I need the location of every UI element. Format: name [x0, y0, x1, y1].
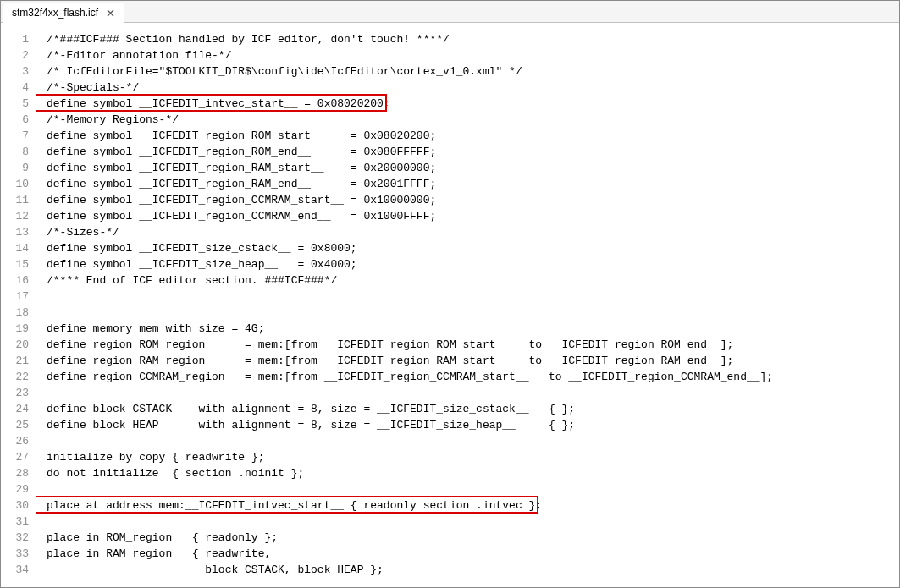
line-number: 30	[1, 497, 29, 514]
line-number: 10	[1, 176, 29, 192]
code-line[interactable]	[47, 514, 899, 530]
line-number: 27	[1, 449, 29, 465]
line-number: 26	[1, 433, 29, 449]
line-number: 32	[1, 530, 29, 546]
code-line[interactable]: define symbol __ICFEDIT_region_ROM_end__…	[47, 144, 899, 160]
close-icon[interactable]	[105, 8, 115, 18]
code-line[interactable]	[47, 433, 899, 449]
line-number: 2	[1, 47, 29, 63]
editor-window: stm32f4xx_flash.icf 12345678910111213141…	[0, 0, 900, 588]
line-number: 17	[1, 289, 29, 305]
code-line[interactable]: /*-Memory Regions-*/	[47, 112, 899, 128]
code-line[interactable]: place in RAM_region { readwrite,	[47, 546, 899, 562]
code-line[interactable]: place in ROM_region { readonly };	[47, 530, 899, 546]
line-number: 22	[1, 369, 29, 385]
line-number: 33	[1, 546, 29, 562]
code-line[interactable]: define memory mem with size = 4G;	[47, 321, 899, 337]
code-editor[interactable]: 1234567891011121314151617181920212223242…	[1, 23, 899, 587]
line-number: 19	[1, 321, 29, 337]
line-number: 9	[1, 160, 29, 176]
code-line[interactable]: /* IcfEditorFile="$TOOLKIT_DIR$\config\i…	[47, 63, 899, 80]
code-line[interactable]: block CSTACK, block HEAP };	[47, 562, 899, 578]
code-line[interactable]	[47, 305, 899, 321]
code-line[interactable]: /*###ICF### Section handled by ICF edito…	[47, 31, 899, 47]
code-line[interactable]: define symbol __ICFEDIT_region_CCMRAM_st…	[47, 192, 899, 208]
tab-bar: stm32f4xx_flash.icf	[1, 1, 899, 23]
line-number: 6	[1, 112, 29, 128]
line-number: 7	[1, 128, 29, 144]
line-number: 13	[1, 224, 29, 240]
tab-file[interactable]: stm32f4xx_flash.icf	[3, 3, 124, 23]
code-line[interactable]: /**** End of ICF editor section. ###ICF#…	[47, 272, 899, 289]
line-number: 29	[1, 481, 29, 497]
line-number-gutter: 1234567891011121314151617181920212223242…	[1, 23, 36, 587]
code-line[interactable]	[47, 289, 899, 305]
line-number: 20	[1, 337, 29, 353]
code-line[interactable]: /*-Editor annotation file-*/	[47, 47, 899, 63]
line-number: 5	[1, 96, 29, 112]
line-number: 16	[1, 272, 29, 289]
line-number: 28	[1, 465, 29, 481]
line-number: 34	[1, 562, 29, 578]
line-number: 1	[1, 31, 29, 47]
code-line[interactable]: define region ROM_region = mem:[from __I…	[47, 337, 899, 353]
line-number: 18	[1, 305, 29, 321]
line-number: 15	[1, 256, 29, 272]
line-number: 3	[1, 63, 29, 80]
code-line[interactable]: place at address mem:__ICFEDIT_intvec_st…	[47, 497, 899, 514]
code-line[interactable]: define symbol __ICFEDIT_size_cstack__ = …	[47, 240, 899, 256]
code-line[interactable]: define symbol __ICFEDIT_region_ROM_start…	[47, 128, 899, 144]
code-line[interactable]: define region RAM_region = mem:[from __I…	[47, 353, 899, 369]
code-line[interactable]: initialize by copy { readwrite };	[47, 449, 899, 465]
line-number: 25	[1, 417, 29, 433]
code-line[interactable]: define symbol __ICFEDIT_region_RAM_end__…	[47, 176, 899, 192]
code-line[interactable]: define block HEAP with alignment = 8, si…	[47, 417, 899, 433]
line-number: 11	[1, 192, 29, 208]
code-line[interactable]	[47, 481, 899, 497]
code-line[interactable]: define block CSTACK with alignment = 8, …	[47, 401, 899, 417]
code-line[interactable]: define symbol __ICFEDIT_intvec_start__ =…	[47, 96, 899, 112]
code-area[interactable]: /*###ICF### Section handled by ICF edito…	[36, 23, 899, 587]
code-line[interactable]: /*-Specials-*/	[47, 80, 899, 96]
line-number: 8	[1, 144, 29, 160]
code-line[interactable]: define symbol __ICFEDIT_region_RAM_start…	[47, 160, 899, 176]
code-line[interactable]: define region CCMRAM_region = mem:[from …	[47, 369, 899, 385]
code-line[interactable]: do not initialize { section .noinit };	[47, 465, 899, 481]
line-number: 24	[1, 401, 29, 417]
line-number: 21	[1, 353, 29, 369]
line-number: 4	[1, 80, 29, 96]
line-number: 31	[1, 514, 29, 530]
line-number: 12	[1, 208, 29, 224]
code-line[interactable]: define symbol __ICFEDIT_size_heap__ = 0x…	[47, 256, 899, 272]
code-line[interactable]	[47, 385, 899, 401]
tab-title: stm32f4xx_flash.icf	[12, 7, 98, 19]
line-number: 14	[1, 240, 29, 256]
code-line[interactable]: /*-Sizes-*/	[47, 224, 899, 240]
code-line[interactable]: define symbol __ICFEDIT_region_CCMRAM_en…	[47, 208, 899, 224]
line-number: 23	[1, 385, 29, 401]
